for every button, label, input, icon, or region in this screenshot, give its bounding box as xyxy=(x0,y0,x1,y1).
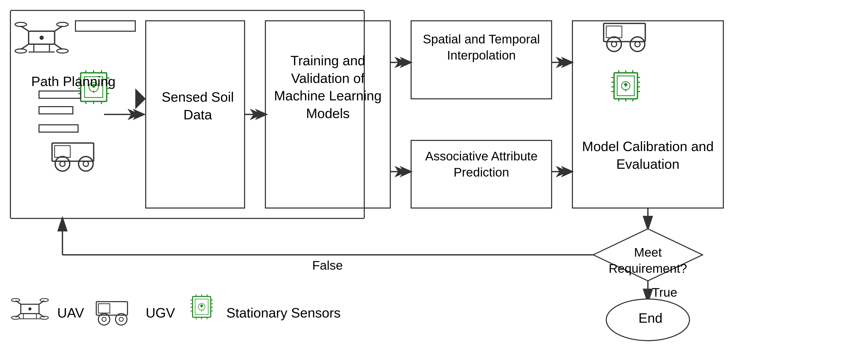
end-label: End xyxy=(635,310,666,327)
spatial-temporal-label: Spatial and Temporal Interpolation xyxy=(414,31,549,64)
svg-point-68 xyxy=(60,161,65,166)
path-planning-label: Path Planning xyxy=(31,73,116,91)
svg-point-38 xyxy=(15,22,27,27)
decision-label: Meet Requirement? xyxy=(606,245,689,277)
svg-point-116 xyxy=(119,317,123,321)
svg-point-42 xyxy=(39,36,44,40)
svg-rect-46 xyxy=(75,21,135,31)
svg-point-39 xyxy=(57,22,68,27)
svg-rect-66 xyxy=(55,146,70,157)
svg-point-107 xyxy=(28,307,31,311)
associative-label: Associative Attribute Prediction xyxy=(414,148,549,181)
sensed-soil-data-label: Sensed Soil Data xyxy=(156,88,239,124)
svg-rect-75 xyxy=(606,26,622,38)
model-calibration-label: Model Calibration and Evaluation xyxy=(578,138,718,173)
svg-point-40 xyxy=(15,49,27,53)
sensor-legend-label: Stationary Sensors xyxy=(226,304,341,322)
svg-point-79 xyxy=(635,42,640,47)
svg-point-114 xyxy=(102,317,106,321)
svg-rect-71 xyxy=(39,91,81,98)
ml-training-label: Training and Validation of Machine Learn… xyxy=(271,52,385,122)
svg-point-76 xyxy=(607,37,621,52)
true-label: True xyxy=(652,284,677,300)
false-label: False xyxy=(312,257,343,274)
uav-legend-label: UAV xyxy=(57,304,84,322)
svg-point-41 xyxy=(57,49,68,53)
svg-point-70 xyxy=(83,161,89,166)
svg-rect-5 xyxy=(572,21,723,208)
svg-point-77 xyxy=(612,42,617,47)
diagram-container: Path Planning Sensed Soil Data Training … xyxy=(0,0,868,350)
svg-rect-72 xyxy=(39,106,73,114)
svg-point-78 xyxy=(630,37,645,52)
svg-point-67 xyxy=(55,157,70,171)
svg-rect-73 xyxy=(39,125,78,132)
svg-rect-112 xyxy=(98,304,110,313)
svg-point-69 xyxy=(79,157,93,171)
ugv-legend-label: UGV xyxy=(146,304,175,322)
